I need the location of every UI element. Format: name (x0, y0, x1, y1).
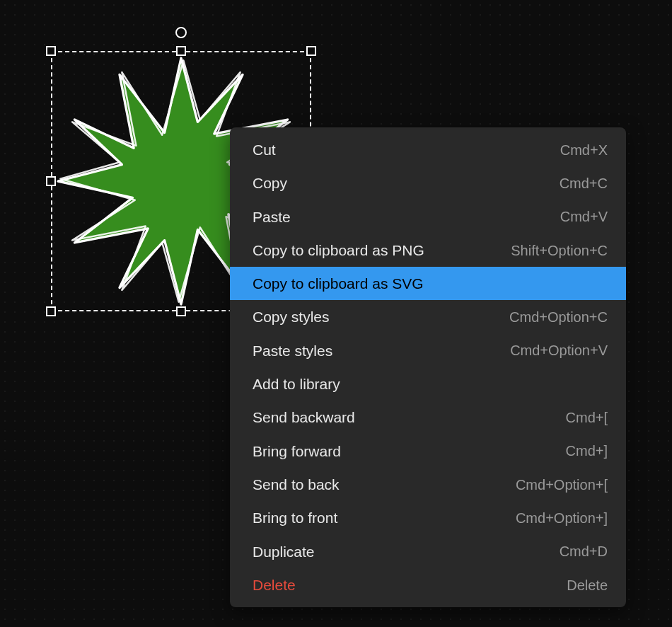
resize-handle-s[interactable] (176, 306, 186, 316)
menu-item-shortcut: Shift+Option+C (511, 241, 608, 260)
resize-handle-nw[interactable] (46, 46, 56, 56)
menu-item-shortcut: Cmd+Option+[ (516, 476, 608, 494)
menu-item-shortcut: Cmd+Option+V (510, 341, 608, 359)
resize-handle-ne[interactable] (306, 46, 316, 56)
menu-item-label: Delete (253, 575, 296, 594)
menu-item-label: Copy styles (253, 307, 330, 326)
menu-item-duplicate[interactable]: Duplicate Cmd+D (230, 535, 626, 568)
menu-item-add-library[interactable]: Add to library (230, 367, 626, 401)
menu-item-label: Add to library (253, 374, 340, 393)
menu-item-copy-svg[interactable]: Copy to clipboard as SVG (230, 267, 626, 300)
resize-handle-sw[interactable] (46, 306, 56, 316)
menu-item-copy-png[interactable]: Copy to clipboard as PNG Shift+Option+C (230, 234, 626, 267)
menu-item-shortcut: Cmd+C (560, 174, 608, 192)
menu-item-label: Paste (253, 207, 291, 226)
menu-item-bring-front[interactable]: Bring to front Cmd+Option+] (230, 501, 626, 534)
menu-item-send-back[interactable]: Send to back Cmd+Option+[ (230, 468, 626, 501)
context-menu: Cut Cmd+X Copy Cmd+C Paste Cmd+V Copy to… (230, 127, 626, 607)
resize-handle-w[interactable] (46, 176, 56, 186)
menu-item-bring-forward[interactable]: Bring forward Cmd+] (230, 435, 626, 468)
rotation-handle[interactable] (175, 27, 187, 38)
menu-item-copy[interactable]: Copy Cmd+C (230, 166, 626, 200)
menu-item-label: Copy to clipboard as SVG (253, 274, 424, 293)
menu-item-delete[interactable]: Delete Delete (230, 568, 626, 602)
menu-item-copy-styles[interactable]: Copy styles Cmd+Option+C (230, 300, 626, 333)
menu-item-shortcut: Cmd+D (560, 542, 608, 560)
menu-item-label: Copy to clipboard as PNG (253, 241, 424, 260)
menu-item-shortcut: Cmd+V (560, 207, 608, 226)
menu-item-shortcut: Cmd+Option+C (509, 308, 608, 326)
menu-item-label: Bring forward (253, 442, 341, 461)
menu-item-label: Send to back (253, 475, 340, 494)
menu-item-paste[interactable]: Paste Cmd+V (230, 200, 626, 234)
menu-item-shortcut: Cmd+Option+] (516, 509, 608, 527)
menu-item-label: Duplicate (253, 542, 315, 561)
menu-item-label: Bring to front (253, 508, 337, 527)
menu-item-shortcut: Cmd+] (566, 442, 608, 460)
menu-item-cut[interactable]: Cut Cmd+X (230, 133, 626, 166)
menu-item-paste-styles[interactable]: Paste styles Cmd+Option+V (230, 334, 626, 367)
menu-item-send-backward[interactable]: Send backward Cmd+[ (230, 401, 626, 434)
menu-item-label: Cut (253, 140, 276, 159)
menu-item-shortcut: Delete (567, 576, 608, 594)
menu-item-shortcut: Cmd+[ (566, 408, 608, 427)
resize-handle-n[interactable] (176, 46, 186, 56)
menu-item-label: Copy (253, 173, 287, 192)
menu-item-label: Paste styles (253, 341, 332, 360)
menu-item-label: Send backward (253, 408, 355, 427)
menu-item-shortcut: Cmd+X (560, 141, 608, 159)
